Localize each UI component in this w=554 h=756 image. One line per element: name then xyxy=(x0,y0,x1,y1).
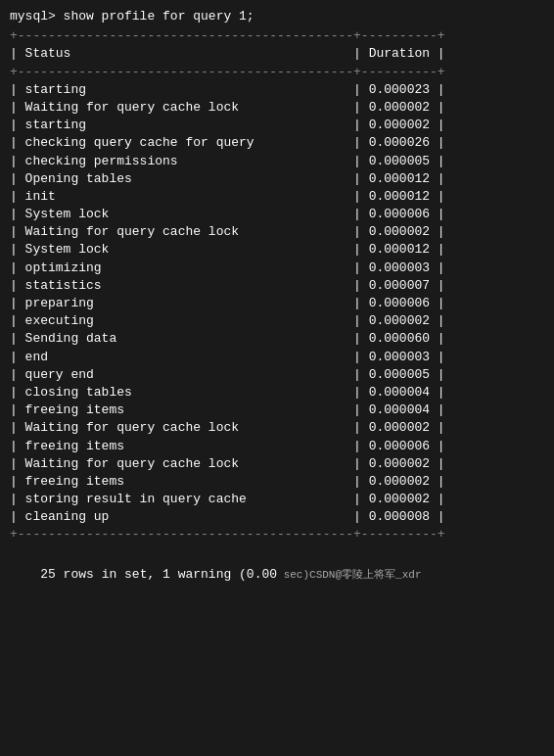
table-row: | query end | 0.000005 | xyxy=(10,366,544,384)
table-row: | end | 0.000003 | xyxy=(10,349,544,366)
table-row: | starting | 0.000002 | xyxy=(10,117,544,134)
divider-bottom: +---------------------------------------… xyxy=(10,526,544,543)
table-row: | executing | 0.000002 | xyxy=(10,312,544,330)
table-row: | checking query cache for query | 0.000… xyxy=(10,134,544,152)
footer: 25 rows in set, 1 warning (0.00 sec)CSDN… xyxy=(10,548,544,602)
table-row: | freeing items | 0.000002 | xyxy=(10,473,544,491)
table-row: | preparing | 0.000006 | xyxy=(10,295,544,312)
table-row: | freeing items | 0.000006 | xyxy=(10,438,544,455)
table-row: | starting | 0.000023 | xyxy=(10,81,544,99)
table-row: | storing result in query cache | 0.0000… xyxy=(10,491,544,508)
table-row: | Opening tables | 0.000012 | xyxy=(10,170,544,188)
divider-mid: +---------------------------------------… xyxy=(10,64,544,81)
table-row: | Waiting for query cache lock | 0.00000… xyxy=(10,99,544,117)
table-row: | Sending data | 0.000060 | xyxy=(10,330,544,348)
table-row: | cleaning up | 0.000008 | xyxy=(10,508,544,526)
table-row: | closing tables | 0.000004 | xyxy=(10,384,544,402)
table-row: | Waiting for query cache lock | 0.00000… xyxy=(10,419,544,437)
table-row: | checking permissions | 0.000005 | xyxy=(10,153,544,170)
footer-text: 25 rows in set, 1 warning (0.00 xyxy=(40,567,277,582)
terminal: mysql> show profile for query 1; +------… xyxy=(0,0,554,756)
header-row: | Status | Duration | xyxy=(10,45,544,63)
table-row: | optimizing | 0.000003 | xyxy=(10,260,544,277)
table-row: | Waiting for query cache lock | 0.00000… xyxy=(10,455,544,473)
table-body: | starting | 0.000023 || Waiting for que… xyxy=(10,81,544,527)
prompt-line: mysql> show profile for query 1; xyxy=(10,8,544,25)
divider-top: +---------------------------------------… xyxy=(10,27,544,45)
table-row: | System lock | 0.000006 | xyxy=(10,206,544,223)
table-row: | freeing items | 0.000004 | xyxy=(10,402,544,419)
watermark: sec)CSDN@零陵上将军_xdr xyxy=(277,569,421,581)
table-row: | init | 0.000012 | xyxy=(10,188,544,206)
table-row: | Waiting for query cache lock | 0.00000… xyxy=(10,223,544,241)
table-row: | statistics | 0.000007 | xyxy=(10,277,544,295)
table-row: | System lock | 0.000012 | xyxy=(10,241,544,259)
